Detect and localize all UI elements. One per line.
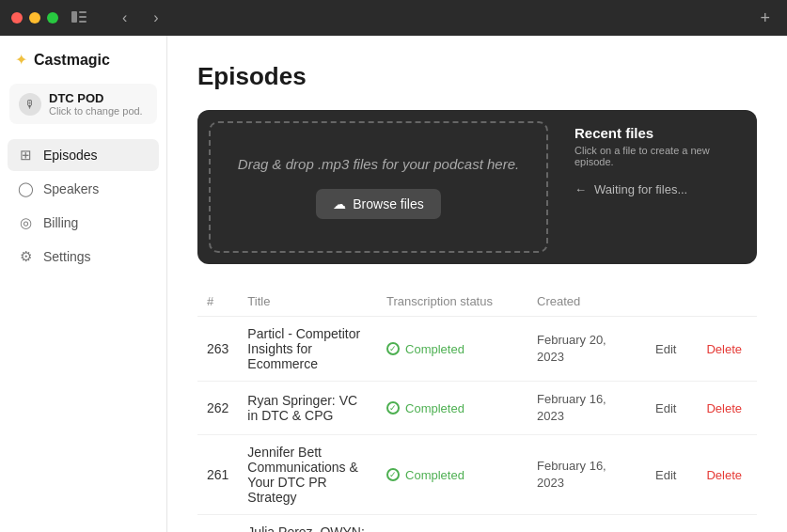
row-num: 262: [197, 382, 238, 435]
edit-button[interactable]: Edit: [650, 399, 682, 418]
col-header-edit: [640, 287, 691, 317]
svg-rect-3: [79, 21, 87, 23]
status-completed-icon: ✓: [386, 468, 400, 481]
row-delete-cell: Delete: [691, 435, 757, 515]
drag-drop-text: Drag & drop .mp3 files for your podcast …: [238, 156, 519, 172]
row-created: February 20,2023: [527, 317, 640, 382]
episodes-icon: ⊞: [17, 147, 34, 164]
row-status: ✓ Completed: [377, 435, 527, 515]
row-created: February 14,2023: [527, 515, 640, 532]
settings-icon: ⚙: [17, 248, 34, 265]
sidebar-item-billing[interactable]: ◎ Billing: [8, 207, 159, 239]
episodes-table: # Title Transcription status Created 263…: [197, 287, 757, 532]
row-edit-cell: Edit: [640, 382, 691, 435]
row-edit-cell: Edit: [640, 317, 691, 382]
speakers-icon: ◯: [17, 180, 34, 197]
col-header-num: #: [197, 287, 238, 317]
sidebar-item-settings[interactable]: ⚙ Settings: [8, 241, 159, 273]
app-body: ✦ Castmagic 🎙 DTC POD Click to change po…: [0, 36, 787, 532]
edit-button[interactable]: Edit: [650, 339, 682, 359]
sidebar-toggle-button[interactable]: [66, 8, 92, 27]
delete-button[interactable]: Delete: [700, 465, 748, 485]
forward-button[interactable]: ›: [150, 8, 162, 28]
svg-rect-2: [79, 16, 87, 18]
recent-files-subtitle: Click on a file to create a new episode.: [575, 145, 742, 167]
col-header-delete: [691, 287, 757, 317]
row-delete-cell: Delete: [691, 515, 757, 532]
main-content: Episodes Drag & drop .mp3 files for your…: [167, 36, 787, 532]
waiting-label: Waiting for files...: [594, 182, 687, 196]
svg-rect-1: [79, 11, 87, 13]
brand-icon: ✦: [15, 51, 27, 69]
window-controls: [11, 12, 58, 23]
brand-name: Castmagic: [34, 52, 110, 69]
back-button[interactable]: ‹: [118, 8, 131, 28]
row-title: Ryan Springer: VC in DTC & CPG: [238, 382, 377, 435]
col-header-status: Transcription status: [377, 287, 527, 317]
podcast-info: DTC POD Click to change pod.: [49, 91, 143, 117]
row-num: 261: [197, 435, 238, 515]
minimize-dot[interactable]: [29, 12, 40, 23]
status-label: Completed: [405, 401, 464, 415]
row-status: ✓ Completed: [377, 515, 527, 532]
browse-label: Browse files: [353, 196, 423, 211]
podcast-name: DTC POD: [49, 91, 143, 105]
upload-dropzone[interactable]: Drag & drop .mp3 files for your podcast …: [209, 121, 548, 253]
edit-button[interactable]: Edit: [650, 465, 682, 485]
sidebar-label-speakers: Speakers: [43, 181, 99, 196]
status-completed-icon: ✓: [386, 401, 400, 415]
recent-files-panel: Recent files Click on a file to create a…: [559, 110, 757, 264]
row-edit-cell: Edit: [640, 515, 691, 532]
table-row: 263 Particl - Competitor Insights for Ec…: [197, 317, 757, 382]
page-title: Episodes: [197, 62, 757, 91]
row-num: 263: [197, 317, 238, 382]
row-title: Julia Perez, OWYN: How The Best in CPG G…: [238, 515, 377, 532]
titlebar-nav: ‹ ›: [105, 8, 163, 28]
sidebar-item-episodes[interactable]: ⊞ Episodes: [8, 139, 159, 171]
row-title: Particl - Competitor Insights for Ecomme…: [238, 317, 377, 382]
sidebar-label-billing: Billing: [43, 215, 78, 230]
delete-button[interactable]: Delete: [700, 399, 748, 418]
waiting-files: ← Waiting for files...: [575, 182, 742, 196]
table-row: 262 Ryan Springer: VC in DTC & CPG ✓ Com…: [197, 382, 757, 435]
podcast-change-label: Click to change pod.: [49, 105, 143, 117]
close-dot[interactable]: [11, 12, 23, 23]
table-row: 260 Julia Perez, OWYN: How The Best in C…: [197, 515, 757, 532]
maximize-dot[interactable]: [47, 12, 58, 23]
sidebar-item-speakers[interactable]: ◯ Speakers: [8, 173, 159, 205]
status-label: Completed: [405, 468, 464, 482]
delete-button[interactable]: Delete: [700, 339, 748, 359]
sidebar-label-episodes: Episodes: [43, 148, 98, 163]
browse-files-button[interactable]: ☁ Browse files: [316, 189, 440, 219]
row-created: February 16,2023: [527, 435, 640, 515]
status-label: Completed: [405, 342, 464, 356]
row-status: ✓ Completed: [377, 382, 527, 435]
col-header-title: Title: [238, 287, 377, 317]
row-status: ✓ Completed: [377, 317, 527, 382]
upload-section: Drag & drop .mp3 files for your podcast …: [197, 110, 757, 264]
row-edit-cell: Edit: [640, 435, 691, 515]
status-completed-icon: ✓: [386, 342, 400, 355]
row-title: Jennifer Bett Communications & Your DTC …: [238, 435, 377, 515]
arrow-left-icon: ←: [575, 182, 587, 196]
sidebar-label-settings: Settings: [43, 249, 91, 264]
brand-logo: ✦ Castmagic: [0, 51, 166, 84]
table-header-row: # Title Transcription status Created: [197, 287, 757, 317]
add-button[interactable]: +: [754, 7, 776, 30]
sidebar: ✦ Castmagic 🎙 DTC POD Click to change po…: [0, 36, 167, 532]
podcast-mic-icon: 🎙: [19, 93, 41, 116]
podcast-selector[interactable]: 🎙 DTC POD Click to change pod.: [9, 84, 157, 124]
titlebar: ‹ › +: [0, 0, 787, 36]
sidebar-nav: ⊞ Episodes ◯ Speakers ◎ Billing ⚙ Settin…: [0, 139, 166, 273]
row-delete-cell: Delete: [691, 382, 757, 435]
row-num: 260: [197, 515, 238, 532]
table-row: 261 Jennifer Bett Communications & Your …: [197, 435, 757, 515]
cloud-icon: ☁: [333, 196, 346, 211]
col-header-created: Created: [527, 287, 640, 317]
billing-icon: ◎: [17, 214, 34, 231]
svg-rect-0: [71, 11, 77, 23]
row-delete-cell: Delete: [691, 317, 757, 382]
recent-files-title: Recent files: [575, 125, 742, 141]
row-created: February 16,2023: [527, 382, 640, 435]
